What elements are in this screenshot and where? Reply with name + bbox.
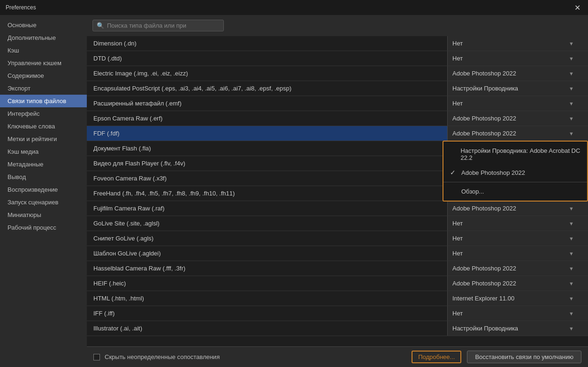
table-row[interactable]: Fujifilm Camera Raw (.raf)Adobe Photosho… — [87, 201, 588, 216]
file-app-dropdown: Adobe Photoshop 2022▼ — [447, 201, 588, 216]
table-row[interactable]: Снипет GoLive (.agls)Нет▼ — [87, 231, 588, 246]
app-label: Adobe Photoshop 2022 — [452, 205, 516, 212]
dropdown-popup-item[interactable]: ✓Adobe Photoshop 2022 — [443, 165, 587, 180]
file-app-dropdown: Настройки Проводника▼ — [447, 81, 588, 96]
chevron-down-icon: ▼ — [569, 266, 574, 271]
table-row[interactable]: Шаблон GoLive (.agldei)Нет▼ — [87, 246, 588, 261]
app-select-button[interactable]: Настройки Проводника▼ — [447, 81, 588, 96]
preferences-window: Preferences ✕ ОсновныеДополнительныеКэшУ… — [0, 0, 588, 367]
table-row[interactable]: GoLive Site (.site, .aglsl)Нет▼ — [87, 216, 588, 231]
app-select-button[interactable]: Нет▼ — [447, 36, 588, 51]
chevron-down-icon: ▼ — [569, 311, 574, 316]
app-label: Настройки Проводника — [452, 85, 518, 92]
dropdown-popup-item[interactable]: Настройки Проводника: Adobe Acrobat DC 2… — [443, 143, 587, 165]
close-button[interactable]: ✕ — [573, 3, 582, 12]
chevron-down-icon: ▼ — [569, 41, 574, 46]
file-app-dropdown: Нет▼ — [447, 306, 588, 321]
sidebar-item-kesh_media[interactable]: Кэш медиа — [0, 145, 87, 158]
table-row[interactable]: Расширенный метафайл (.emf)Нет▼ — [87, 96, 588, 111]
file-app-dropdown: Adobe Photoshop 2022▼ — [447, 261, 588, 276]
chevron-down-icon: ▼ — [569, 71, 574, 76]
sidebar-item-vyvod[interactable]: Вывод — [0, 171, 87, 183]
popup-item-label: Обзор... — [461, 188, 484, 195]
app-select-button[interactable]: Adobe Photoshop 2022▼ — [447, 66, 588, 81]
chevron-down-icon: ▼ — [569, 86, 574, 91]
app-select-button[interactable]: Adobe Photoshop 2022▼ — [447, 276, 588, 291]
footer-left: Скрыть неопределенные сопоставления — [93, 353, 220, 360]
table-row[interactable]: Encapsulated PostScript (.eps, .ai3, .ai… — [87, 81, 588, 96]
sidebar-item-soderzhimoe[interactable]: Содержимое — [0, 69, 87, 82]
table-row[interactable]: Hasselblad Camera Raw (.fff, .3fr)Adobe … — [87, 261, 588, 276]
app-label: Adobe Photoshop 2022 — [452, 265, 516, 272]
title-bar: Preferences ✕ — [0, 0, 588, 15]
table-row[interactable]: FDF (.fdf)Adobe Photoshop 2022▼ Настройк… — [87, 126, 588, 141]
details-button[interactable]: Подробнее... — [412, 351, 461, 363]
app-label: Internet Explorer 11.00 — [452, 295, 514, 302]
table-row[interactable]: Epson Camera Raw (.erf)Adobe Photoshop 2… — [87, 111, 588, 126]
sidebar-item-upravlenie[interactable]: Управление кэшем — [0, 57, 87, 69]
sidebar-item-vosproizvedenie[interactable]: Воспроизведение — [0, 183, 87, 196]
sidebar-item-osnovnye[interactable]: Основные — [0, 19, 87, 31]
search-bar: 🔍 — [87, 15, 588, 36]
restore-defaults-button[interactable]: Восстановить связи по умолчанию — [467, 351, 581, 363]
table-row[interactable]: Dimension (.dn)Нет▼ — [87, 36, 588, 51]
search-input[interactable] — [107, 22, 220, 29]
app-select-button[interactable]: Нет▼ — [447, 216, 588, 231]
sidebar-item-eksport[interactable]: Экспорт — [0, 82, 87, 95]
app-label: Нет — [452, 40, 463, 47]
table-row[interactable]: HTML (.htm, .html)Internet Explorer 11.0… — [87, 291, 588, 306]
file-type-name: Encapsulated PostScript (.eps, .ai3, .ai… — [87, 82, 447, 95]
table-row[interactable]: IFF (.iff)Нет▼ — [87, 306, 588, 321]
sidebar-item-miniatyury[interactable]: Миниатюры — [0, 209, 87, 221]
app-select-button[interactable]: Adobe Photoshop 2022▼ — [447, 111, 588, 126]
sidebar-item-metadannye[interactable]: Метаданные — [0, 158, 87, 171]
search-icon: 🔍 — [97, 22, 104, 29]
sidebar-item-klyuchevye[interactable]: Ключевые слова — [0, 120, 87, 133]
sidebar-item-interfeys[interactable]: Интерфейс — [0, 107, 87, 120]
file-app-dropdown: Нет▼ — [447, 231, 588, 246]
table-row[interactable]: HEIF (.heic)Adobe Photoshop 2022▼ — [87, 276, 588, 291]
app-select-button[interactable]: Adobe Photoshop 2022▼ — [447, 126, 588, 141]
sidebar-item-rabochiy[interactable]: Рабочий процесс — [0, 221, 87, 234]
file-type-name: Illustrator (.ai, .ait) — [87, 322, 447, 335]
app-select-button[interactable]: Нет▼ — [447, 231, 588, 246]
sidebar-item-kesh[interactable]: Кэш — [0, 44, 87, 57]
app-select-button[interactable]: Нет▼ — [447, 246, 588, 261]
sidebar-item-metki[interactable]: Метки и рейтинги — [0, 133, 87, 145]
file-app-dropdown: Internet Explorer 11.00▼ — [447, 291, 588, 306]
main-panel: 🔍 Dimension (.dn)Нет▼DTD (.dtd)Нет▼Elect… — [87, 15, 588, 367]
chevron-down-icon: ▼ — [569, 56, 574, 61]
table-row[interactable]: Electric Image (.img, .ei, .eiz, .eizz)A… — [87, 66, 588, 81]
app-select-button[interactable]: Нет▼ — [447, 96, 588, 111]
file-type-name: Fujifilm Camera Raw (.raf) — [87, 202, 447, 215]
app-select-button[interactable]: Настройки Проводника▼ — [447, 321, 588, 336]
popup-item-label: Настройки Проводника: Adobe Acrobat DC 2… — [460, 147, 580, 161]
file-type-name: HEIF (.heic) — [87, 277, 447, 290]
app-label: Нет — [452, 220, 463, 227]
sidebar-item-dopolnitelnye[interactable]: Дополнительные — [0, 31, 87, 44]
app-select-button[interactable]: Internet Explorer 11.00▼ — [447, 291, 588, 306]
sidebar-item-zapusk[interactable]: Запуск сценариев — [0, 196, 87, 209]
file-app-dropdown: Adobe Photoshop 2022▼ — [447, 111, 588, 126]
file-type-name: DTD (.dtd) — [87, 52, 447, 65]
hide-undefined-checkbox[interactable] — [93, 354, 100, 360]
file-type-table[interactable]: Dimension (.dn)Нет▼DTD (.dtd)Нет▼Electri… — [87, 36, 588, 346]
footer: Скрыть неопределенные сопоставления Подр… — [87, 346, 588, 367]
chevron-down-icon: ▼ — [569, 131, 574, 136]
table-row[interactable]: Illustrator (.ai, .ait)Настройки Проводн… — [87, 321, 588, 336]
app-select-button[interactable]: Нет▼ — [447, 51, 588, 66]
file-type-name: Документ Flash (.fla) — [87, 142, 447, 155]
table-row[interactable]: DTD (.dtd)Нет▼ — [87, 51, 588, 66]
app-dropdown-popup: Настройки Проводника: Adobe Acrobat DC 2… — [443, 141, 588, 202]
chevron-down-icon: ▼ — [569, 281, 574, 286]
file-type-name: Снипет GoLive (.agls) — [87, 232, 447, 245]
dropdown-popup-item[interactable]: Обзор... — [443, 184, 587, 199]
app-select-button[interactable]: Нет▼ — [447, 306, 588, 321]
app-select-button[interactable]: Adobe Photoshop 2022▼ — [447, 261, 588, 276]
content-area: ОсновныеДополнительныеКэшУправление кэше… — [0, 15, 588, 367]
sidebar-item-svyazi[interactable]: Связи типов файлов — [0, 95, 87, 107]
file-app-dropdown: Нет▼ — [447, 216, 588, 231]
chevron-down-icon: ▼ — [569, 251, 574, 256]
app-select-button[interactable]: Adobe Photoshop 2022▼ — [447, 201, 588, 216]
chevron-down-icon: ▼ — [569, 296, 574, 301]
